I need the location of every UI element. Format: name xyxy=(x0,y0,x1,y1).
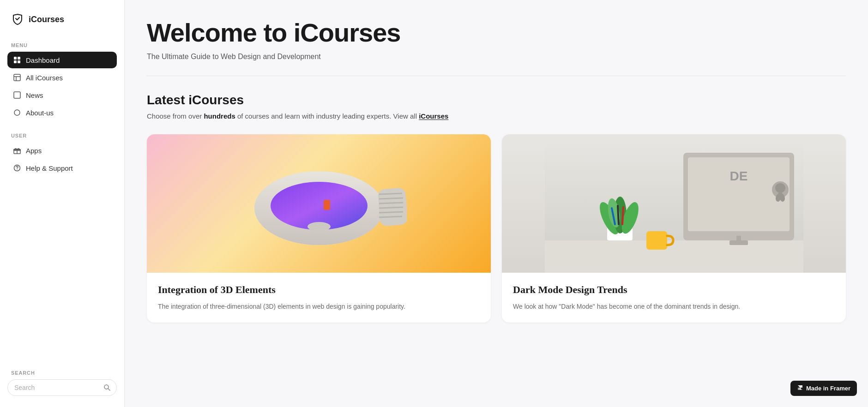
menu-section: MENU Dashboard All i xyxy=(7,42,117,122)
logo-area[interactable]: iCourses xyxy=(7,11,117,28)
gift-icon xyxy=(13,146,21,155)
svg-rect-34 xyxy=(736,236,741,240)
svg-rect-28 xyxy=(545,240,803,273)
sidebar-item-dashboard-label: Dashboard xyxy=(26,56,60,64)
svg-rect-40 xyxy=(646,231,667,250)
table-icon xyxy=(13,73,21,82)
sidebar-item-news[interactable]: News xyxy=(7,87,117,103)
svg-line-14 xyxy=(108,389,110,390)
sidebar-item-all-icourses-label: All iCourses xyxy=(26,74,63,82)
user-label: USER xyxy=(7,133,117,138)
divider xyxy=(147,76,846,76)
svg-rect-7 xyxy=(14,92,20,98)
search-input[interactable] xyxy=(7,379,117,396)
search-icon[interactable] xyxy=(103,383,111,392)
framer-badge-label: Made in Framer xyxy=(806,385,850,392)
svg-point-12 xyxy=(17,169,18,170)
section-desc-bold: hundreds xyxy=(204,112,235,120)
search-section: SEARCH xyxy=(7,370,117,396)
svg-point-8 xyxy=(14,110,20,115)
svg-rect-3 xyxy=(18,60,20,63)
svg-line-23 xyxy=(379,212,403,213)
courses-grid: Integration of 3D Elements The integrati… xyxy=(147,134,846,323)
course-1-desc: The integration of three-dimensional (3D… xyxy=(158,301,480,311)
sidebar-item-about-us[interactable]: About-us xyxy=(7,104,117,121)
sidebar-item-dashboard[interactable]: Dashboard xyxy=(7,52,117,68)
section-title: Latest iCourses xyxy=(147,93,846,108)
course-2-title: Dark Mode Design Trends xyxy=(513,284,835,296)
main-content: Welcome to iCourses The Ultimate Guide t… xyxy=(125,0,868,407)
course-2-image: DE xyxy=(502,134,846,273)
page-title: Welcome to iCourses xyxy=(147,18,846,47)
sidebar-item-help[interactable]: Help & Support xyxy=(7,160,117,176)
sidebar-item-about-us-label: About-us xyxy=(26,109,54,117)
course-card-1[interactable]: Integration of 3D Elements The integrati… xyxy=(147,134,491,323)
course-card-2[interactable]: DE xyxy=(502,134,846,323)
svg-line-43 xyxy=(622,207,623,224)
user-section: USER Apps xyxy=(7,133,117,177)
svg-line-19 xyxy=(379,193,402,194)
logo-icon xyxy=(11,13,24,26)
svg-text:DE: DE xyxy=(729,169,747,183)
help-circle-icon xyxy=(13,164,21,172)
section-desc-link[interactable]: iCourses xyxy=(419,112,448,120)
svg-line-42 xyxy=(618,206,619,224)
svg-line-21 xyxy=(379,203,403,204)
svg-line-22 xyxy=(379,207,403,208)
svg-rect-2 xyxy=(14,60,17,63)
section-desc: Choose from over hundreds of courses and… xyxy=(147,111,846,122)
sidebar-item-apps-label: Apps xyxy=(26,147,42,155)
search-input-wrap xyxy=(7,379,117,396)
sidebar-item-help-label: Help & Support xyxy=(26,164,73,172)
menu-label: MENU xyxy=(7,42,117,48)
section-desc-plain: Choose from over xyxy=(147,112,204,120)
sidebar-item-news-label: News xyxy=(26,91,43,99)
course-1-title: Integration of 3D Elements xyxy=(158,284,480,296)
sidebar-item-all-icourses[interactable]: All iCourses xyxy=(7,69,117,86)
logo-text: iCourses xyxy=(29,15,64,24)
section-desc-mid: of courses and learn with industry leadi… xyxy=(235,112,419,120)
page-subtitle: The Ultimate Guide to Web Design and Dev… xyxy=(147,53,846,61)
framer-badge[interactable]: Made in Framer xyxy=(790,381,857,396)
svg-rect-0 xyxy=(14,57,17,60)
course-1-image xyxy=(147,134,491,273)
svg-rect-1 xyxy=(18,57,20,60)
sidebar: iCourses MENU Dashboard xyxy=(0,0,125,407)
course-2-info: Dark Mode Design Trends We look at how "… xyxy=(502,273,846,323)
course-1-info: Integration of 3D Elements The integrati… xyxy=(147,273,491,323)
sidebar-item-apps[interactable]: Apps xyxy=(7,142,117,159)
svg-line-20 xyxy=(379,198,403,199)
svg-rect-4 xyxy=(14,74,20,81)
square-icon xyxy=(13,91,21,99)
circle-icon xyxy=(13,108,21,117)
framer-icon xyxy=(797,384,803,392)
svg-line-24 xyxy=(379,216,402,217)
search-section-label: SEARCH xyxy=(7,370,117,376)
grid-icon xyxy=(13,56,21,64)
course-2-desc: We look at how "Dark Mode" has become on… xyxy=(513,301,835,311)
svg-rect-33 xyxy=(729,240,748,245)
svg-point-26 xyxy=(307,222,331,231)
svg-rect-25 xyxy=(324,200,330,210)
